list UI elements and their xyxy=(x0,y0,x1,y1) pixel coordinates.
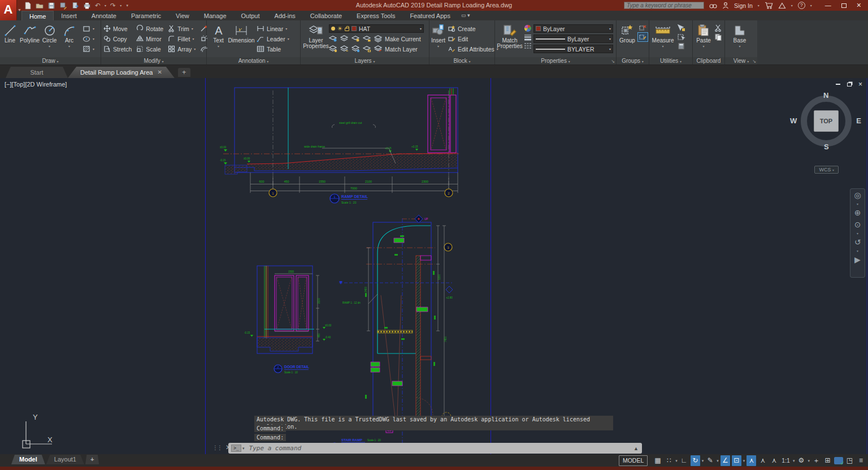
command-input[interactable] xyxy=(249,445,634,452)
panel-label-draw[interactable]: Draw ▾ xyxy=(0,57,101,64)
match-properties-button[interactable]: Match Properties xyxy=(497,22,522,53)
layer-freeze-icon[interactable] xyxy=(351,35,360,42)
customization-icon[interactable]: ≡ xyxy=(856,455,866,466)
quick-select-icon[interactable] xyxy=(677,33,685,41)
help-icon[interactable]: ? xyxy=(798,2,805,9)
zoom-extents-icon[interactable]: ⊙ xyxy=(854,221,861,229)
save-as-icon[interactable] xyxy=(59,2,67,10)
tab-home[interactable]: Home xyxy=(21,11,54,20)
stretch-button[interactable]: Stretch xyxy=(103,45,132,53)
undo-icon[interactable]: ↶ xyxy=(95,2,101,10)
redo-icon[interactable]: ↷ xyxy=(110,2,116,10)
annotation-scale-value[interactable]: 1:1 xyxy=(780,455,791,466)
panel-label-layers[interactable]: Layers ▾ xyxy=(301,57,429,64)
plot-icon[interactable] xyxy=(83,2,91,10)
drawing-minimize-icon[interactable] xyxy=(836,84,840,85)
restore-button[interactable] xyxy=(841,3,847,8)
text-button[interactable]: A Text ▾ xyxy=(209,22,228,58)
viewcube-south[interactable]: S xyxy=(824,143,829,151)
model-tab[interactable]: Model xyxy=(11,455,45,464)
annotation-scale-icon[interactable]: ⋏ xyxy=(769,455,779,466)
arc-button[interactable]: Arc ▾ xyxy=(59,22,79,58)
snap-caret-icon[interactable]: ▾ xyxy=(675,459,678,463)
minimize-button[interactable]: — xyxy=(825,0,831,11)
quick-properties-icon[interactable]: ⊞ xyxy=(823,455,832,466)
annotation-visibility-icon[interactable]: ⋏ xyxy=(747,455,756,466)
drawing-restore-icon[interactable] xyxy=(847,83,852,87)
scale-caret-icon[interactable]: ▾ xyxy=(793,459,795,463)
application-menu-caret-icon[interactable]: ▼ xyxy=(18,8,21,12)
snap-toggle-icon[interactable]: ∷ xyxy=(664,455,674,466)
match-layer-button[interactable]: Match Layer xyxy=(374,45,418,53)
close-button[interactable]: × xyxy=(857,0,861,11)
measure-button[interactable]: Measure ▾ xyxy=(651,22,675,50)
ortho-toggle-icon[interactable]: ∟ xyxy=(679,455,689,466)
viewcube-top-face[interactable]: TOP xyxy=(814,110,839,132)
command-prompt-icon[interactable]: >_ xyxy=(231,445,241,452)
layout1-tab[interactable]: Layout1 xyxy=(46,455,84,464)
scale-button[interactable]: Scale xyxy=(136,45,163,53)
wcs-dropdown[interactable]: WCS ▾ xyxy=(814,166,839,174)
rectangle-button[interactable]: ▾ xyxy=(83,24,94,33)
viewport-controls[interactable]: [−][Top][2D Wireframe] xyxy=(5,81,67,88)
graphics-performance-icon[interactable] xyxy=(834,457,843,464)
isometric-caret-icon[interactable]: ▾ xyxy=(717,459,719,463)
model-space-canvas[interactable]: [−][Top][2D Wireframe] × TOP N S W E WCS… xyxy=(0,78,868,454)
linetype-icon[interactable] xyxy=(524,42,532,49)
trim-button[interactable]: Trim▾ xyxy=(168,24,196,33)
ungroup-icon[interactable] xyxy=(639,24,647,32)
new-layout-button[interactable]: + xyxy=(85,455,99,464)
file-tab-start[interactable]: Start xyxy=(6,67,68,78)
command-line-bar[interactable]: >_ ▾ ▲ xyxy=(228,443,642,454)
tab-insert[interactable]: Insert xyxy=(54,11,84,20)
app-store-icon[interactable] xyxy=(778,2,786,9)
search-input[interactable] xyxy=(624,2,704,9)
panel-label-utilities[interactable]: Utilities ▾ xyxy=(649,57,692,64)
color-wheel-icon[interactable] xyxy=(524,24,532,32)
clean-screen-icon[interactable]: ◳ xyxy=(845,455,854,466)
object-color-dropdown[interactable]: ByLayer ▾ xyxy=(533,24,613,33)
group-edit-icon[interactable] xyxy=(639,33,647,41)
make-current-button[interactable]: Make Current xyxy=(374,35,421,43)
qat-customize-icon[interactable]: ▼ xyxy=(125,4,129,7)
quick-calculator-icon[interactable] xyxy=(677,42,685,50)
navigation-wheel-icon[interactable]: ◎ xyxy=(854,191,861,200)
insert-button[interactable]: Insert ▾ xyxy=(431,22,445,53)
tab-view[interactable]: View xyxy=(168,11,197,20)
line-button[interactable]: Line xyxy=(0,22,20,58)
file-tab-close-icon[interactable]: ✕ xyxy=(157,67,162,78)
command-grip-icon[interactable]: ⋮⋮ xyxy=(212,445,222,451)
mirror-button[interactable]: Mirror xyxy=(136,35,163,43)
object-snap-tracking-icon[interactable]: ∠ xyxy=(721,455,730,466)
viewcube-west[interactable]: W xyxy=(790,117,797,125)
layer-lock-icon[interactable] xyxy=(363,35,371,42)
copy-clip-icon[interactable] xyxy=(714,33,723,41)
array-button[interactable]: Array▾ xyxy=(168,45,196,53)
drawing-close-icon[interactable]: × xyxy=(858,81,862,87)
lineweight-icon[interactable] xyxy=(524,34,532,41)
orbit-icon[interactable]: ↺ xyxy=(854,238,861,247)
ellipse-button[interactable]: ▾ xyxy=(83,35,94,43)
base-button[interactable]: Base ▾ xyxy=(730,22,750,48)
osnap-caret-icon[interactable]: ▾ xyxy=(743,459,745,463)
cut-icon[interactable] xyxy=(714,24,723,32)
layer-restore-icon[interactable] xyxy=(340,45,349,53)
grid-toggle-icon[interactable]: ▦ xyxy=(653,455,662,466)
tab-collaborate[interactable]: Collaborate xyxy=(303,11,349,20)
panel-label-annotation[interactable]: Annotation ▾ xyxy=(207,57,300,64)
isometric-drafting-icon[interactable]: ✎ xyxy=(705,455,715,466)
layer-off-icon[interactable] xyxy=(329,35,337,42)
viewcube[interactable]: TOP N S W E xyxy=(799,94,853,148)
panel-label-block[interactable]: Block ▾ xyxy=(429,57,494,64)
linear-button[interactable]: Linear▾ xyxy=(257,24,289,33)
autoscale-icon[interactable]: ⋏ xyxy=(758,455,767,466)
polar-caret-icon[interactable]: ▾ xyxy=(702,459,704,463)
orbit-caret-icon[interactable]: ▾ xyxy=(857,250,858,252)
leader-button[interactable]: Leader▾ xyxy=(257,35,289,43)
pan-icon[interactable]: ⊕ xyxy=(854,209,861,217)
rotate-button[interactable]: Rotate xyxy=(136,24,163,33)
fillet-button[interactable]: Fillet▾ xyxy=(168,35,196,43)
workspace-switching-icon[interactable]: ⚙ xyxy=(796,455,806,466)
layer-dropdown[interactable]: ☀ HAT ▾ xyxy=(329,24,424,33)
edit-block-button[interactable]: Edit xyxy=(448,35,498,43)
